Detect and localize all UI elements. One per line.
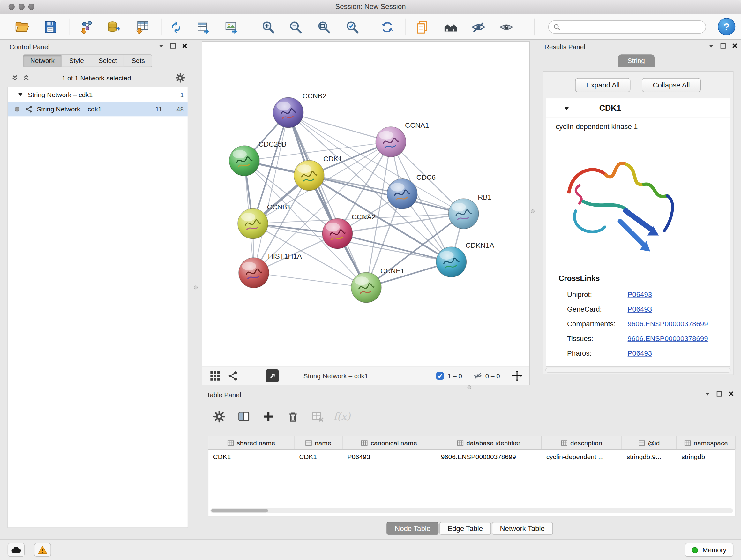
column-type-icon xyxy=(561,439,567,446)
float-panel-icon[interactable] xyxy=(158,43,165,49)
column-header-namespace[interactable]: namespace xyxy=(677,436,736,449)
column-header-label: @id xyxy=(648,439,660,447)
collapse-section-icon[interactable] xyxy=(563,105,570,111)
node-RB1[interactable]: RB1 xyxy=(448,193,491,229)
import-table-button[interactable] xyxy=(133,17,151,37)
horizontal-splitter-handle[interactable] xyxy=(468,385,471,389)
node-CCNB2[interactable]: CCNB2 xyxy=(273,92,327,128)
column-header-id[interactable]: @id xyxy=(622,436,677,449)
crosslink-link[interactable]: P06493 xyxy=(628,305,652,313)
select-columns-button[interactable] xyxy=(237,410,250,423)
node-CDKN1A[interactable]: CDKN1A xyxy=(436,241,494,277)
table-horizontal-scrollbar[interactable] xyxy=(210,508,733,513)
float-panel-icon[interactable] xyxy=(704,390,711,397)
memory-button[interactable]: Memory xyxy=(685,543,733,557)
zoom-fit-button[interactable] xyxy=(314,17,333,37)
table-cell[interactable]: stringdb xyxy=(677,449,736,463)
import-network-database-button[interactable] xyxy=(104,17,123,37)
table-tabs: Node Table Edge Table Network Table xyxy=(202,522,737,535)
table-cell[interactable]: stringdb:9... xyxy=(622,449,677,463)
import-network-icon xyxy=(79,19,94,34)
zoom-selected-button[interactable] xyxy=(343,17,361,37)
warnings-button[interactable] xyxy=(34,543,51,557)
network-row-selected[interactable]: String Network – cdk1 11 48 xyxy=(8,102,188,116)
selected-checkbox-icon[interactable] xyxy=(435,372,444,380)
crosslink-link[interactable]: 9606.ENSP00000378699 xyxy=(628,320,708,327)
tab-string[interactable]: String xyxy=(618,54,654,67)
edge-CCNB2-CCNE1[interactable] xyxy=(288,112,366,287)
crosslink-link[interactable]: 9606.ENSP00000378699 xyxy=(628,334,708,342)
export-table-button[interactable] xyxy=(194,17,212,37)
table-cell[interactable]: CDK1 xyxy=(294,449,343,463)
scrollbar-thumb[interactable] xyxy=(211,509,268,512)
vertical-splitter-handle[interactable] xyxy=(194,286,198,289)
table-settings-button[interactable] xyxy=(212,410,225,423)
vertical-splitter-handle[interactable] xyxy=(531,209,535,213)
tab-style[interactable]: Style xyxy=(62,54,91,67)
node-CDK1[interactable]: CDK1 xyxy=(294,155,342,191)
collapse-all-button[interactable]: Collapse All xyxy=(642,78,700,92)
column-header-description[interactable]: description xyxy=(542,436,622,449)
tab-edge-table[interactable]: Edge Table xyxy=(440,522,491,535)
tab-node-table[interactable]: Node Table xyxy=(387,522,439,535)
table-cell[interactable]: CDK1 xyxy=(208,449,294,463)
cloud-status-button[interactable] xyxy=(8,543,24,557)
table-cell[interactable]: 9606.ENSP00000378699 xyxy=(436,449,542,463)
edge-CCNB2-HIST1H1A[interactable] xyxy=(254,112,288,273)
edge-HIST1H1A-CCNE1[interactable] xyxy=(254,273,366,287)
help-button[interactable]: ? xyxy=(718,18,735,36)
first-neighbors-button[interactable] xyxy=(441,17,460,37)
expand-all-button[interactable]: Expand All xyxy=(576,78,630,92)
save-session-button[interactable] xyxy=(41,17,59,37)
float-panel-icon[interactable] xyxy=(708,43,715,49)
network-collection-row[interactable]: String Network – cdk1 1 xyxy=(8,87,188,102)
search-input[interactable] xyxy=(563,23,705,31)
maximize-panel-icon[interactable] xyxy=(720,43,726,49)
node-CDC6[interactable]: CDC6 xyxy=(387,173,435,209)
delete-column-button[interactable] xyxy=(286,410,299,423)
close-panel-icon[interactable] xyxy=(728,390,735,397)
column-header-shared-name[interactable]: shared name xyxy=(208,436,294,449)
crosslink-link[interactable]: P06493 xyxy=(628,290,652,298)
detach-view-button[interactable] xyxy=(266,369,279,382)
birds-eye-view-icon[interactable] xyxy=(228,371,239,381)
node-HIST1H1A[interactable]: HIST1H1A xyxy=(239,252,302,288)
close-panel-icon[interactable] xyxy=(182,43,188,49)
hide-selected-button[interactable] xyxy=(469,17,488,37)
table-cell[interactable]: P06493 xyxy=(343,449,436,463)
zoom-out-button[interactable] xyxy=(286,17,305,37)
zoom-in-button[interactable] xyxy=(259,17,277,37)
hidden-eye-slash-icon[interactable] xyxy=(474,372,482,380)
disclosure-triangle-icon[interactable] xyxy=(17,91,23,98)
tab-network[interactable]: Network xyxy=(23,54,62,67)
maximize-panel-icon[interactable] xyxy=(716,390,723,397)
column-header-name[interactable]: name xyxy=(294,436,343,449)
graphics-details-icon[interactable] xyxy=(210,371,220,381)
export-image-button[interactable] xyxy=(222,17,241,37)
table-row[interactable]: CDK1CDK1P064939606.ENSP00000378699cyclin… xyxy=(208,449,735,463)
column-header-canonical-name[interactable]: canonical name xyxy=(343,436,436,449)
add-column-button[interactable] xyxy=(262,410,274,423)
tab-select[interactable]: Select xyxy=(91,54,125,67)
tab-sets[interactable]: Sets xyxy=(124,54,152,67)
crosshair-icon[interactable] xyxy=(511,370,523,382)
tab-network-table[interactable]: Network Table xyxy=(492,522,553,535)
crosslink-label: GeneCard: xyxy=(567,305,628,313)
copy-button[interactable] xyxy=(413,17,431,37)
results-scrollbar[interactable] xyxy=(545,368,731,373)
collection-count: 1 xyxy=(166,91,184,98)
gear-icon[interactable] xyxy=(175,73,185,83)
refresh-view-button[interactable] xyxy=(378,17,396,37)
clone-network-button[interactable] xyxy=(166,17,185,37)
maximize-panel-icon[interactable] xyxy=(170,43,177,49)
crosslink-link[interactable]: P06493 xyxy=(628,349,652,357)
edge-CDK1-RB1[interactable] xyxy=(309,175,463,213)
column-header-database-identifier[interactable]: database identifier xyxy=(436,436,542,449)
table-cell[interactable]: cyclin-dependent ... xyxy=(542,449,622,463)
open-session-button[interactable] xyxy=(12,17,31,37)
show-all-button[interactable] xyxy=(496,17,515,37)
close-panel-icon[interactable] xyxy=(731,43,738,49)
import-network-file-button[interactable] xyxy=(77,17,96,37)
network-canvas[interactable]: CCNB2CCNA1CDC25BCDK1CDC6RB1CCNB1CCNA2CDK… xyxy=(202,42,529,366)
node-CCNA1[interactable]: CCNA1 xyxy=(376,121,429,157)
